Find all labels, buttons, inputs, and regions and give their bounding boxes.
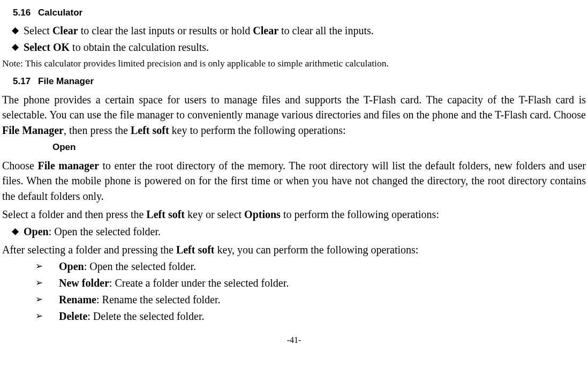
- open-paragraph: Choose File manager to enter the root di…: [2, 158, 586, 204]
- sub-bullet-list: Open: Open the selected folder. New fold…: [2, 259, 586, 324]
- sub-heading-open: Open: [52, 141, 586, 154]
- section-heading-517: 5.17File Manager: [13, 75, 586, 88]
- bullet-text: Rename: Rename the selected folder.: [59, 293, 586, 307]
- list-item: Select OK to obtain the calculation resu…: [12, 40, 586, 55]
- after-line: After selecting a folder and pressing th…: [2, 242, 586, 257]
- list-item: Select Clear to clear the last inputs or…: [12, 24, 586, 38]
- list-item: Open: Open the selected folder.: [12, 225, 586, 239]
- arrow-icon: [35, 309, 59, 324]
- bullet-text: Select Clear to clear the last inputs or…: [24, 24, 586, 38]
- list-item: New folder: Create a folder under the se…: [35, 276, 586, 290]
- bullet-text: Open: Open the selected folder.: [59, 259, 586, 274]
- bullet-list-open: Open: Open the selected folder.: [2, 225, 586, 239]
- bullet-text: Delete: Delete the selected folder.: [59, 309, 586, 324]
- list-item: Open: Open the selected folder.: [35, 259, 586, 274]
- page-number: -41-: [2, 334, 586, 346]
- bullet-list-516: Select Clear to clear the last inputs or…: [2, 24, 586, 55]
- arrow-icon: [35, 259, 59, 274]
- intro-paragraph: The phone provides a certain space for u…: [2, 92, 586, 138]
- diamond-icon: [12, 40, 24, 55]
- bullet-text: New folder: Create a folder under the se…: [59, 276, 586, 290]
- bullet-text: Select OK to obtain the calculation resu…: [24, 40, 586, 55]
- section-num-516: 5.16: [13, 8, 31, 18]
- list-item: Delete: Delete the selected folder.: [35, 309, 586, 324]
- section-heading-516: 5.16Calculator: [13, 6, 586, 19]
- select-line: Select a folder and then press the Left …: [2, 207, 586, 222]
- list-item: Rename: Rename the selected folder.: [35, 293, 586, 307]
- section-title-517: File Manager: [38, 76, 94, 86]
- diamond-icon: [12, 225, 24, 239]
- section-num-517: 5.17: [13, 76, 31, 86]
- diamond-icon: [12, 24, 24, 38]
- bullet-text: Open: Open the selected folder.: [24, 225, 586, 239]
- arrow-icon: [35, 276, 59, 290]
- arrow-icon: [35, 293, 59, 307]
- note-text: Note: This calculator provides limited p…: [2, 57, 586, 70]
- section-title-516: Calculator: [38, 8, 82, 18]
